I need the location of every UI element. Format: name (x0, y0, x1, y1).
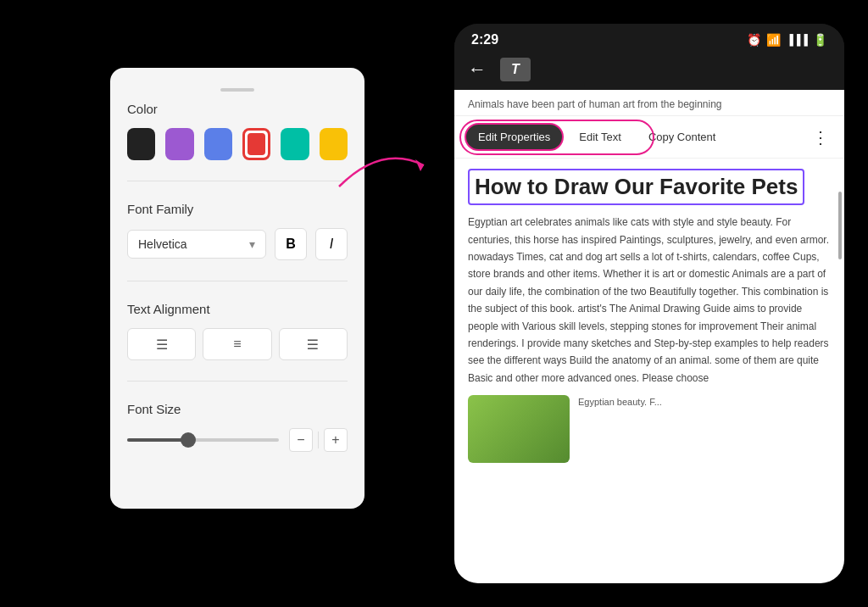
color-swatch-yellow[interactable] (320, 128, 348, 160)
copy-content-button[interactable]: Copy Content (637, 123, 728, 151)
increase-font-size-button[interactable]: + (324, 428, 348, 452)
align-right-button[interactable]: ☰ (279, 328, 348, 360)
text-alignment-label: Text Alignment (127, 302, 348, 316)
article-image (468, 395, 570, 463)
status-bar: 2:29 ⏰ 📶 ▐▐▐ 🔋 (454, 24, 844, 53)
alarm-icon: ⏰ (747, 33, 761, 47)
article-content: How to Draw Our Favorite Pets Egyptian a… (454, 159, 844, 583)
align-center-button[interactable]: ≡ (203, 328, 271, 360)
color-label: Color (127, 102, 348, 116)
divider-2 (127, 281, 348, 281)
article-image-row: Egyptian beauty. F... (468, 395, 831, 463)
align-right-icon: ☰ (307, 337, 319, 353)
font-size-label: Font Size (127, 402, 348, 416)
properties-panel: Color Font Family Helvetica ▾ B I (110, 68, 364, 509)
color-swatch-teal[interactable] (281, 128, 309, 160)
italic-button[interactable]: I (315, 228, 348, 260)
battery-icon: 🔋 (813, 33, 827, 47)
content-top-text: Animals have been part of human art from… (454, 90, 844, 116)
back-button[interactable]: ← (468, 58, 487, 81)
signal-icon: ▐▐▐ (786, 34, 808, 46)
app-logo: T (500, 58, 531, 81)
font-family-row: Helvetica ▾ B I (127, 228, 348, 260)
color-swatch-black[interactable] (127, 128, 155, 160)
font-family-select[interactable]: Helvetica ▾ (127, 230, 266, 259)
action-bar: Edit Properties Edit Text Copy Content ⋮ (454, 116, 844, 159)
font-size-slider-track[interactable] (127, 438, 279, 442)
article-title: How to Draw Our Favorite Pets (468, 169, 804, 205)
more-options-button[interactable]: ⋮ (807, 124, 834, 151)
wifi-icon: 📶 (766, 33, 781, 47)
divider-3 (127, 381, 348, 381)
alignment-row: ☰ ≡ ☰ (127, 328, 348, 360)
slider-fill (127, 438, 188, 442)
align-center-icon: ≡ (233, 337, 241, 352)
font-family-value: Helvetica (138, 237, 187, 251)
text-alignment-section: Text Alignment ☰ ≡ ☰ (127, 302, 348, 360)
font-size-stepper: − + (289, 428, 348, 452)
phone-content: Animals have been part of human art from… (454, 90, 844, 583)
slider-thumb[interactable] (181, 432, 196, 448)
color-swatch-red[interactable] (242, 128, 271, 160)
chevron-down-icon: ▾ (249, 237, 255, 251)
article-body: Egyptian art celebrates animals like cat… (468, 214, 831, 387)
logo-text: T (511, 62, 520, 77)
edit-properties-button[interactable]: Edit Properties (465, 123, 564, 151)
scrollbar[interactable] (838, 192, 842, 259)
stepper-divider (318, 432, 319, 448)
font-family-section: Font Family Helvetica ▾ B I (127, 202, 348, 260)
phone-toolbar: ← T (454, 53, 844, 90)
decrease-font-size-button[interactable]: − (289, 428, 313, 452)
color-swatch-blue[interactable] (204, 128, 232, 160)
status-time: 2:29 (471, 32, 498, 47)
status-icons: ⏰ 📶 ▐▐▐ 🔋 (747, 33, 827, 47)
color-swatch-purple[interactable] (165, 128, 193, 160)
font-family-label: Font Family (127, 202, 348, 216)
article-image-caption: Egyptian beauty. F... (578, 395, 662, 463)
font-size-slider-row: − + (127, 428, 348, 452)
panel-handle (220, 88, 254, 92)
edit-text-button[interactable]: Edit Text (567, 123, 633, 151)
phone-frame: 2:29 ⏰ 📶 ▐▐▐ 🔋 ← T Animals have been par… (454, 24, 844, 583)
color-section: Color (127, 102, 348, 160)
align-left-icon: ☰ (156, 337, 168, 353)
svg-marker-0 (415, 159, 424, 171)
bold-button[interactable]: B (275, 228, 307, 260)
font-size-section: Font Size − + (127, 402, 348, 452)
divider-1 (127, 181, 348, 181)
align-left-button[interactable]: ☰ (127, 328, 196, 360)
color-swatches-row (127, 128, 348, 160)
